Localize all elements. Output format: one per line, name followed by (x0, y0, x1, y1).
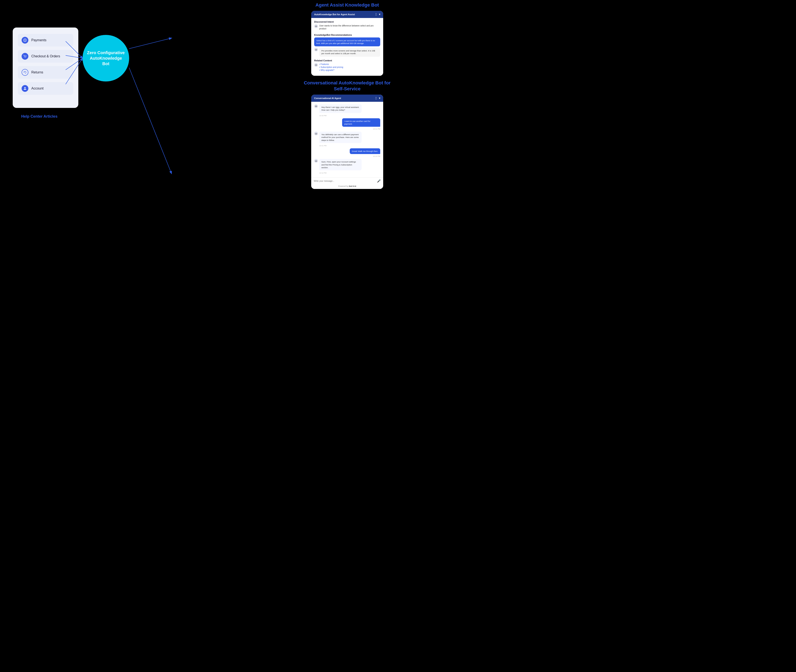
checkout-icon (22, 53, 28, 60)
msg-user-1: Great! Walk me through then. (314, 148, 380, 154)
mic-icon[interactable]: 🎤 (377, 179, 380, 182)
bubble-user-1: Great! Walk me through then. (350, 148, 380, 154)
powered-by: Powered by Got It AI (311, 184, 383, 189)
center-circle: Zero Configurative AutoKnowledge Bot (83, 35, 129, 82)
recommendation-bubble-1: Select has a limit of 2 screens per acco… (314, 37, 380, 46)
related-content-row: 🤖 • Features • Subscription and pricing … (314, 63, 380, 72)
article-item-payments: $ Payments (18, 34, 73, 46)
bot-avatar: 🤖 (314, 24, 318, 28)
more-options-icon-conv[interactable]: ⋮ (375, 97, 377, 100)
article-item-checkout: Checkout & Orders (18, 50, 73, 62)
article-item-returns: Returns (18, 66, 73, 79)
recommendation-bubble-2: Pro provides more screens and storage th… (319, 48, 380, 57)
right-panels: Agent Assist Knowledge Bot AutoKnowledge… (301, 2, 394, 189)
chat-input-row: 🎤 (311, 177, 383, 184)
related-link-0[interactable]: • Features (319, 63, 343, 66)
returns-label: Returns (31, 70, 43, 74)
conversational-card: Conversational AI Agent ⋮ ▾ 🤖 Hey there!… (311, 94, 383, 189)
msg-bot-1: 🤖 You definitely can use a different pay… (314, 131, 380, 143)
related-content-links: • Features • Subscription and pricing • … (319, 63, 343, 72)
timestamp-1: 12:11 PM (319, 145, 380, 147)
related-content-label: Related Content (314, 59, 380, 62)
timestamp-u0: 12:11 PM (314, 128, 380, 130)
recommendation-row-2: 🤖 Pro provides more screens and storage … (314, 48, 380, 58)
agent-assist-header-icons: ⋮ ▾ (375, 13, 380, 16)
discovered-intent-label: Discovered Intent (314, 21, 380, 23)
agent-assist-card: AutoKnowledge Bot for Agent Assist ⋮ ▾ D… (311, 11, 383, 76)
bot-avatar-conv-2: 🤖 (314, 159, 318, 163)
bubble-bot-1: You definitely can use a different payme… (319, 131, 361, 143)
bot-avatar-3: 🤖 (314, 63, 318, 67)
conversational-header-title: Conversational AI Agent (314, 97, 341, 99)
bubble-user-0: I want to use another card for payment. (342, 118, 380, 127)
timestamp-0: 12:10 PM (319, 115, 380, 117)
recommendations-label: KnowledgeBot Recommendations (314, 34, 380, 36)
bot-avatar-conv-1: 🤖 (314, 131, 318, 135)
returns-icon (22, 69, 28, 76)
timestamp-2: 12:12 PM (319, 172, 380, 174)
agent-assist-body: Discovered Intent 🤖 User wants to know t… (311, 18, 383, 76)
chevron-down-icon-conv[interactable]: ▾ (379, 97, 380, 100)
left-panel: $ Payments Checkout & Orders (13, 27, 78, 108)
payments-icon: $ (22, 37, 28, 43)
msg-bot-2: 🤖 Sure. First, open your Account setting… (314, 159, 380, 170)
svg-text:$: $ (24, 39, 26, 42)
chevron-down-icon[interactable]: ▾ (379, 13, 380, 16)
center-circle-text: Zero Configurative AutoKnowledge Bot (87, 50, 125, 66)
chat-input[interactable] (314, 180, 367, 182)
bubble-bot-2: Sure. First, open your Account settings … (319, 159, 361, 170)
article-item-account: Account (18, 82, 73, 95)
conv-chat-body: 🤖 Hey there! I am Iggy, your virtual ass… (311, 102, 383, 177)
agent-assist-header-title: AutoKnowledge Bot for Agent Assist (314, 13, 355, 16)
more-options-icon[interactable]: ⋮ (375, 13, 377, 16)
conversational-header-icons: ⋮ ▾ (375, 97, 380, 100)
main-container: $ Payments Checkout & Orders (0, 0, 398, 336)
timestamp-u1: 12:12 PM (314, 155, 380, 157)
svg-point-7 (26, 57, 26, 58)
conversational-header: Conversational AI Agent ⋮ ▾ (311, 94, 383, 102)
agent-assist-header: AutoKnowledge Bot for Agent Assist ⋮ ▾ (311, 11, 383, 18)
related-link-1[interactable]: • Subscription and pricing (319, 66, 343, 68)
conversational-title: Conversational AutoKnowledge Bot for Sel… (301, 80, 394, 92)
bubble-bot-0: Hey there! I am Iggy, your virtual assis… (319, 104, 361, 113)
help-center-label: Help Center Articles (21, 114, 57, 119)
intent-text: User wants to know the difference betwee… (319, 24, 380, 30)
account-label: Account (31, 86, 43, 90)
svg-point-6 (24, 57, 25, 58)
account-icon (22, 85, 28, 92)
discovered-intent-row: 🤖 User wants to know the difference betw… (314, 24, 380, 32)
bot-avatar-conv-0: 🤖 (314, 104, 318, 108)
checkout-label: Checkout & Orders (31, 54, 60, 58)
conversational-section: Conversational AutoKnowledge Bot for Sel… (301, 80, 394, 189)
payments-label: Payments (31, 38, 47, 42)
agent-assist-title: Agent Assist Knowledge Bot (315, 2, 379, 8)
bot-avatar-2: 🤖 (314, 48, 318, 51)
agent-assist-section: Agent Assist Knowledge Bot AutoKnowledge… (301, 2, 394, 76)
related-link-2[interactable]: • Why upgrade? (319, 69, 343, 71)
svg-point-8 (24, 87, 26, 88)
msg-bot-0: 🤖 Hey there! I am Iggy, your virtual ass… (314, 104, 380, 113)
msg-user-0: I want to use another card for payment. (314, 118, 380, 127)
